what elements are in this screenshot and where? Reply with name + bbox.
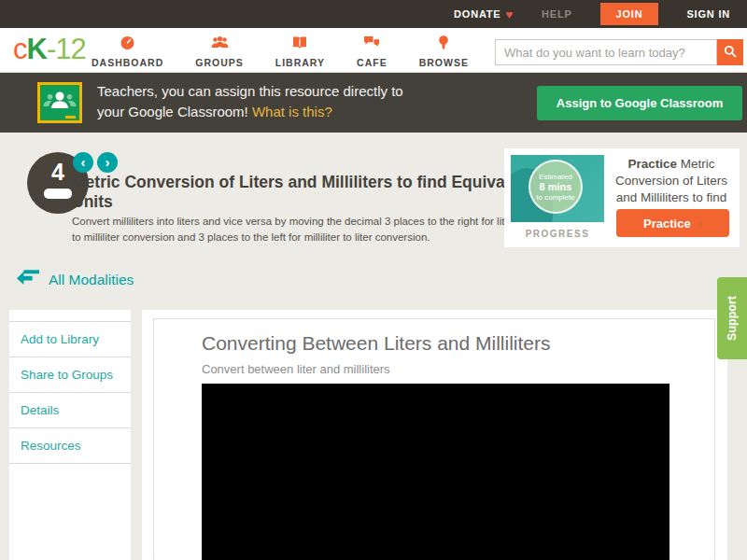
sidebar-item-add-to-library[interactable]: Add to Library	[9, 321, 131, 357]
page-title: Metric Conversion of Liters and Millilit…	[72, 173, 539, 212]
sidebar-item-resources[interactable]: Resources	[9, 427, 131, 464]
content-frame: Converting Between Liters and Milliliter…	[153, 318, 715, 559]
nav-item-label: BROWSE	[419, 57, 469, 68]
sidebar-item-share-to-groups[interactable]: Share to Groups	[9, 357, 131, 392]
practice-button[interactable]: Practice›	[616, 209, 729, 237]
assign-to-classroom-button[interactable]: Assign to Google Classroom	[537, 86, 742, 120]
topbar: DONATE♥ HELP JOIN SIGN IN	[0, 0, 747, 28]
main-content: Converting Between Liters and Milliliter…	[142, 310, 727, 560]
content-subheading: Convert between liter and milliliters	[202, 362, 390, 376]
browse-icon	[438, 35, 449, 53]
modality-pill-icon	[44, 189, 72, 199]
back-arrow-icon	[17, 270, 39, 289]
chevron-left-icon: ‹	[81, 155, 86, 169]
donate-label: DONATE	[454, 8, 500, 20]
search-input[interactable]	[495, 39, 717, 65]
classroom-banner: Teachers, you can assign this resource d…	[0, 73, 747, 133]
what-is-this-link[interactable]: What is this?	[252, 104, 332, 119]
classroom-icon-strip	[65, 116, 76, 119]
estimated-time-circle: Estimated 8 mins to complete	[529, 160, 583, 214]
practice-bold-label: Practice	[627, 157, 677, 171]
estimated-label: Estimated	[530, 173, 581, 181]
chevron-right-icon: ›	[106, 155, 110, 169]
search-bar	[495, 39, 743, 65]
nav-item-label: DASHBOARD	[92, 57, 163, 68]
previous-button[interactable]: ‹	[73, 152, 93, 173]
nav-item-cafe[interactable]: CAFE	[357, 35, 388, 68]
practice-thumbnail: Estimated 8 mins to complete	[511, 155, 604, 222]
practice-card-text: Practice Metric Conversion of Liters and…	[607, 156, 736, 207]
page-description: Convert milliliters into liters and vice…	[72, 214, 525, 245]
logo-suffix: -12	[47, 33, 86, 65]
sign-in-link[interactable]: SIGN IN	[686, 8, 730, 20]
estimated-suffix: to complete	[530, 193, 581, 202]
search-icon	[724, 45, 737, 61]
banner-text: Teachers, you can assign this resource d…	[97, 81, 403, 122]
ck12-logo[interactable]: cK-12	[13, 33, 86, 66]
nav-item-groups[interactable]: GROUPS	[195, 35, 244, 68]
help-link[interactable]: HELP	[542, 8, 572, 20]
nav-item-browse[interactable]: BROWSE	[419, 35, 469, 68]
cafe-icon	[363, 35, 380, 53]
nav-item-label: GROUPS	[195, 57, 244, 68]
practice-button-label: Practice	[643, 217, 691, 231]
page: DONATE♥ HELP JOIN SIGN IN cK-12 DASHBOAR…	[0, 0, 747, 560]
banner-line2: your Google Classroom!	[97, 104, 248, 119]
chevron-right-icon: ›	[698, 217, 702, 231]
donate-link[interactable]: DONATE♥	[454, 8, 514, 21]
nav-item-dashboard[interactable]: DASHBOARD	[92, 35, 163, 68]
library-icon	[292, 35, 307, 53]
sidebar: Add to Library Share to Groups Details R…	[9, 310, 131, 560]
all-modalities-label: All Modalities	[49, 272, 134, 288]
join-button[interactable]: JOIN	[600, 3, 659, 25]
next-button[interactable]: ›	[97, 152, 118, 173]
all-modalities-link[interactable]: All Modalities	[17, 270, 134, 289]
google-classroom-icon	[37, 82, 82, 123]
navbar: cK-12 DASHBOARD GROUPS LIBRARY CAFE BROW…	[0, 28, 747, 73]
support-tab-label: Support	[726, 296, 739, 341]
content-heading: Converting Between Liters and Milliliter…	[202, 332, 551, 355]
search-button[interactable]	[717, 39, 743, 65]
sidebar-item-details[interactable]: Details	[9, 392, 131, 427]
dashboard-icon	[120, 35, 135, 53]
nav-items: DASHBOARD GROUPS LIBRARY CAFE BROWSE	[92, 35, 469, 68]
estimated-minutes: 8 mins	[530, 181, 581, 193]
nav-item-label: LIBRARY	[275, 57, 325, 68]
logo-k: K	[27, 33, 47, 65]
banner-line1: Teachers, you can assign this resource d…	[97, 83, 403, 99]
heart-icon: ♥	[505, 8, 514, 21]
support-tab[interactable]: Support	[717, 277, 747, 359]
practice-card: Estimated 8 mins to complete PROGRESS Pr…	[504, 148, 740, 247]
progress-label: PROGRESS	[511, 229, 604, 239]
nav-item-label: CAFE	[357, 57, 388, 68]
nav-item-library[interactable]: LIBRARY	[275, 35, 325, 68]
video-player[interactable]	[202, 384, 669, 560]
groups-icon	[211, 35, 229, 53]
logo-c: c	[13, 33, 27, 65]
